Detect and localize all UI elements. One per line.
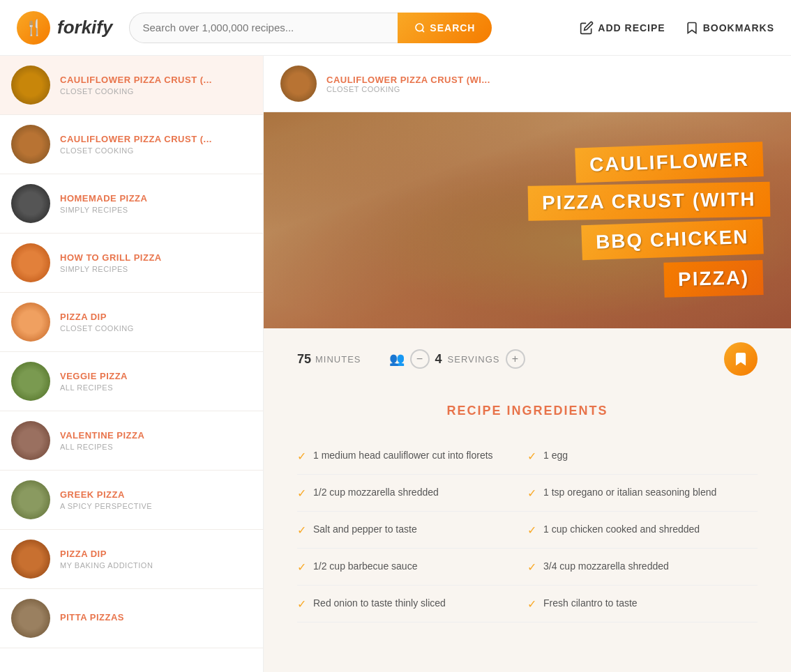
ingredient-item: ✓ 1 tsp oregano or italian seasoning ble…	[527, 475, 758, 512]
sidebar-item-source: CLOSET COOKING	[60, 146, 252, 155]
ingredient-text: 1/2 cup mozzarella shredded	[313, 486, 439, 500]
hero-title: CAULIFLOWERPIZZA CRUST (WITHBBQ CHICKENP…	[528, 145, 763, 296]
sidebar-thumb	[11, 540, 50, 579]
sidebar-info: HOMEMADE PIZZA SIMPLY RECIPES	[60, 193, 252, 215]
bookmark-icon	[685, 21, 699, 35]
ingredients-title: RECIPE INGREDIENTS	[297, 404, 758, 418]
sidebar-item[interactable]: VALENTINE PIZZA ALL RECIPES	[0, 411, 263, 471]
ingredient-item: ✓ Fresh cilantro to taste	[527, 586, 758, 623]
main-content: CAULIFLOWER PIZZA CRUST (WI... CLOSET CO…	[264, 56, 791, 672]
sidebar-item-source: CLOSET COOKING	[60, 87, 252, 96]
ingredient-check-icon: ✓	[297, 487, 306, 500]
sidebar-item[interactable]: CAULIFLOWER PIZZA CRUST (... CLOSET COOK…	[0, 115, 263, 174]
sidebar-item-title: VEGGIE PIZZA	[60, 371, 252, 383]
sidebar-info: CAULIFLOWER PIZZA CRUST (... CLOSET COOK…	[60, 75, 252, 96]
bookmarks-button[interactable]: BOOKMARKS	[685, 21, 774, 35]
ingredient-check-icon: ✓	[297, 597, 306, 611]
svg-line-1	[422, 30, 424, 32]
sidebar-info: VALENTINE PIZZA ALL RECIPES	[60, 430, 252, 452]
sidebar-item[interactable]: HOMEMADE PIZZA SIMPLY RECIPES	[0, 174, 263, 234]
recipe-header-info: CAULIFLOWER PIZZA CRUST (WI... CLOSET CO…	[326, 75, 490, 93]
sidebar-item[interactable]: CAULIFLOWER PIZZA CRUST (... CLOSET COOK…	[0, 56, 263, 115]
ingredient-item: ✓ 1 cup chicken cooked and shredded	[527, 512, 758, 549]
search-input[interactable]	[129, 13, 398, 43]
sidebar-info: PIZZA DIP MY BAKING ADDICTION	[60, 549, 252, 570]
ingredient-check-icon: ✓	[527, 597, 536, 611]
sidebar-info: VEGGIE PIZZA ALL RECIPES	[60, 371, 252, 392]
ingredient-text: 1 egg	[543, 449, 568, 463]
ingredient-text: 1 medium head cauliflower cut into flore…	[313, 449, 493, 463]
ingredients-section: RECIPE INGREDIENTS ✓ 1 medium head cauli…	[264, 390, 791, 650]
ingredient-check-icon: ✓	[527, 524, 536, 537]
time-stat: 75 MINUTES	[297, 352, 361, 367]
logo[interactable]: 🍴 forkify	[17, 11, 112, 45]
ingredient-check-icon: ✓	[297, 524, 306, 537]
ingredient-text: 3/4 cup mozzarella shredded	[543, 560, 669, 574]
recipe-header-bar: CAULIFLOWER PIZZA CRUST (WI... CLOSET CO…	[264, 56, 791, 112]
ingredient-item: ✓ 1/2 cup mozzarella shredded	[297, 475, 527, 512]
bookmark-recipe-button[interactable]	[724, 342, 758, 376]
sidebar-item[interactable]: GREEK PIZZA A SPICY PERSPECTIVE	[0, 471, 263, 530]
search-icon	[414, 22, 425, 33]
stats-bar: 75 MINUTES 👥 − 4 SERVINGS +	[264, 328, 791, 390]
header-actions: ADD RECIPE BOOKMARKS	[580, 21, 774, 35]
ingredient-item: ✓ Red onion to taste thinly sliced	[297, 586, 527, 623]
sidebar-item-title: HOMEMADE PIZZA	[60, 193, 252, 205]
sidebar-item-title: PITTA PIZZAS	[60, 612, 252, 624]
decrease-servings-button[interactable]: −	[410, 349, 430, 369]
ingredient-text: 1 cup chicken cooked and shredded	[543, 523, 700, 537]
sidebar-thumb	[11, 243, 50, 282]
ingredient-text: Red onion to taste thinly sliced	[313, 597, 446, 611]
layout: CAULIFLOWER PIZZA CRUST (... CLOSET COOK…	[0, 56, 791, 672]
sidebar-thumb	[11, 480, 50, 519]
sidebar-item[interactable]: VEGGIE PIZZA ALL RECIPES	[0, 352, 263, 411]
ingredient-check-icon: ✓	[297, 450, 306, 463]
sidebar-item-source: SIMPLY RECIPES	[60, 265, 252, 273]
sidebar: CAULIFLOWER PIZZA CRUST (... CLOSET COOK…	[0, 56, 264, 672]
hero-title-line: CAULIFLOWER	[575, 142, 763, 183]
time-value: 75	[297, 352, 311, 367]
ingredient-item: ✓ Salt and pepper to taste	[297, 512, 527, 549]
ingredient-item: ✓ 1 egg	[527, 438, 758, 475]
recipe-header-source: CLOSET COOKING	[326, 85, 490, 93]
sidebar-thumb	[11, 599, 50, 638]
sidebar-item[interactable]: PIZZA DIP CLOSET COOKING	[0, 293, 263, 352]
sidebar-item-source: ALL RECIPES	[60, 443, 252, 451]
sidebar-thumb	[11, 184, 50, 223]
ingredient-check-icon: ✓	[527, 487, 536, 500]
ingredient-text: Salt and pepper to taste	[313, 523, 417, 537]
servings-icon: 👥	[389, 351, 405, 367]
increase-servings-button[interactable]: +	[506, 349, 525, 369]
sidebar-item-title: GREEK PIZZA	[60, 489, 252, 501]
sidebar-thumb	[11, 362, 50, 401]
ingredient-check-icon: ✓	[297, 560, 306, 574]
search-button[interactable]: SEARCH	[398, 13, 492, 43]
sidebar-item[interactable]: PIZZA DIP MY BAKING ADDICTION	[0, 530, 263, 589]
recipe-header-thumb	[280, 66, 317, 102]
sidebar-info: PITTA PIZZAS	[60, 612, 252, 625]
sidebar-thumb	[11, 421, 50, 460]
hero-title-line: BBQ CHICKEN	[582, 219, 764, 260]
ingredient-item: ✓ 1 medium head cauliflower cut into flo…	[297, 438, 527, 475]
sidebar-item-source: MY BAKING ADDICTION	[60, 561, 252, 570]
sidebar-item[interactable]: HOW TO GRILL PIZZA SIMPLY RECIPES	[0, 234, 263, 293]
add-recipe-button[interactable]: ADD RECIPE	[580, 21, 665, 35]
bookmark-filled-icon	[733, 351, 748, 367]
ingredient-check-icon: ✓	[527, 450, 536, 463]
sidebar-item-title: CAULIFLOWER PIZZA CRUST (...	[60, 134, 252, 146]
servings-value: 4	[435, 352, 442, 367]
search-bar: SEARCH	[129, 13, 492, 43]
sidebar-info: CAULIFLOWER PIZZA CRUST (... CLOSET COOK…	[60, 134, 252, 155]
ingredient-item: ✓ 1/2 cup barbecue sauce	[297, 549, 527, 586]
sidebar-info: GREEK PIZZA A SPICY PERSPECTIVE	[60, 489, 252, 511]
logo-icon: 🍴	[17, 11, 50, 45]
sidebar-info: PIZZA DIP CLOSET COOKING	[60, 312, 252, 333]
servings-label: SERVINGS	[448, 354, 500, 365]
edit-icon	[580, 21, 594, 35]
sidebar-item[interactable]: PITTA PIZZAS	[0, 589, 263, 648]
sidebar-item-source: A SPICY PERSPECTIVE	[60, 502, 252, 510]
ingredients-grid: ✓ 1 medium head cauliflower cut into flo…	[297, 438, 758, 623]
sidebar-item-source: ALL RECIPES	[60, 383, 252, 392]
sidebar-item-source: SIMPLY RECIPES	[60, 206, 252, 214]
ingredient-check-icon: ✓	[527, 560, 536, 574]
